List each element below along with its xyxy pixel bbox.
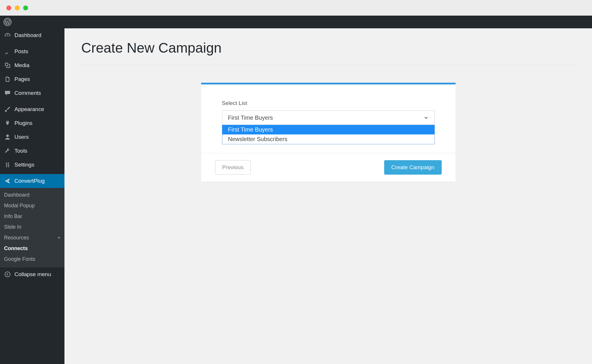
- pin-icon: [4, 48, 11, 55]
- close-window-button[interactable]: [6, 5, 11, 10]
- sub-item-connects[interactable]: Connects: [0, 243, 64, 254]
- sidebar-label: Comments: [14, 90, 41, 96]
- main-content: Create New Campaign Select List First Ti…: [64, 28, 592, 364]
- sub-item-dashboard[interactable]: Dashboard: [0, 190, 64, 200]
- sub-item-info-bar[interactable]: Info Bar: [0, 211, 64, 222]
- chevron-down-icon: [423, 115, 429, 120]
- sidebar-label: Collapse menu: [14, 271, 51, 278]
- dropdown-list: First Time Buyers Newsletter Subscribers: [222, 125, 435, 144]
- admin-sidebar: Dashboard Posts Media Pages Comment: [0, 28, 64, 364]
- sidebar-item-users[interactable]: Users: [0, 130, 64, 144]
- comments-icon: [4, 90, 11, 97]
- page-title: Create New Campaign: [81, 40, 575, 56]
- sidebar-label: Tools: [14, 148, 27, 154]
- brush-icon: [4, 106, 11, 113]
- campaign-panel: Select List First Time Buyers First Time…: [201, 83, 456, 182]
- user-icon: [4, 134, 11, 141]
- sidebar-label: Settings: [14, 162, 34, 168]
- sidebar-label: Users: [14, 134, 29, 140]
- sidebar-label: Plugins: [14, 120, 32, 126]
- wp-admin-bar: [0, 16, 592, 28]
- collapse-icon: [4, 271, 11, 278]
- sidebar-label: ConvertPlug: [14, 178, 45, 184]
- mac-titlebar: [0, 0, 592, 16]
- svg-point-0: [5, 272, 10, 277]
- sidebar-label: Media: [14, 62, 29, 69]
- wrench-icon: [4, 147, 11, 154]
- sidebar-label: Dashboard: [14, 32, 41, 38]
- sub-item-google-fonts[interactable]: Google Fonts: [0, 254, 64, 265]
- media-icon: [4, 62, 11, 69]
- dropdown-option-first-time-buyers[interactable]: First Time Buyers: [222, 125, 434, 134]
- selected-value: First Time Buyers: [228, 114, 273, 121]
- convertplug-icon: [4, 178, 11, 184]
- create-campaign-button[interactable]: Create Campaign: [384, 160, 442, 175]
- select-list-label: Select List: [222, 100, 435, 106]
- plug-icon: [4, 120, 11, 127]
- sub-item-modal-popup[interactable]: Modal Popup: [0, 200, 64, 211]
- settings-icon: [4, 161, 11, 168]
- sub-item-resources[interactable]: Resources: [0, 232, 64, 243]
- maximize-window-button[interactable]: [23, 5, 28, 10]
- select-list-dropdown[interactable]: First Time Buyers: [222, 110, 435, 125]
- sidebar-item-pages[interactable]: Pages: [0, 72, 64, 86]
- sidebar-item-posts[interactable]: Posts: [0, 45, 64, 58]
- chevron-down-icon: [58, 237, 60, 239]
- minimize-window-button[interactable]: [15, 5, 20, 10]
- convertplug-submenu: Dashboard Modal Popup Info Bar Slide In …: [0, 188, 64, 267]
- sidebar-item-dashboard[interactable]: Dashboard: [0, 28, 64, 42]
- sidebar-item-collapse[interactable]: Collapse menu: [0, 267, 64, 281]
- sidebar-label: Posts: [14, 48, 28, 55]
- wordpress-logo-icon[interactable]: [3, 18, 12, 26]
- sidebar-label: Pages: [14, 76, 30, 82]
- previous-button[interactable]: Previous: [215, 160, 251, 175]
- sidebar-item-comments[interactable]: Comments: [0, 86, 64, 100]
- dashboard-icon: [4, 32, 11, 39]
- divider: [81, 65, 575, 65]
- sidebar-item-appearance[interactable]: Appearance: [0, 102, 64, 116]
- sidebar-item-plugins[interactable]: Plugins: [0, 116, 64, 130]
- sidebar-item-tools[interactable]: Tools: [0, 144, 64, 158]
- sub-item-slide-in[interactable]: Slide In: [0, 222, 64, 232]
- dropdown-option-newsletter-subscribers[interactable]: Newsletter Subscribers: [222, 134, 434, 144]
- sidebar-item-media[interactable]: Media: [0, 58, 64, 72]
- sidebar-item-settings[interactable]: Settings: [0, 158, 64, 172]
- pages-icon: [4, 76, 11, 83]
- sidebar-item-convertplug[interactable]: ConvertPlug: [0, 174, 64, 188]
- sidebar-label: Appearance: [14, 106, 44, 112]
